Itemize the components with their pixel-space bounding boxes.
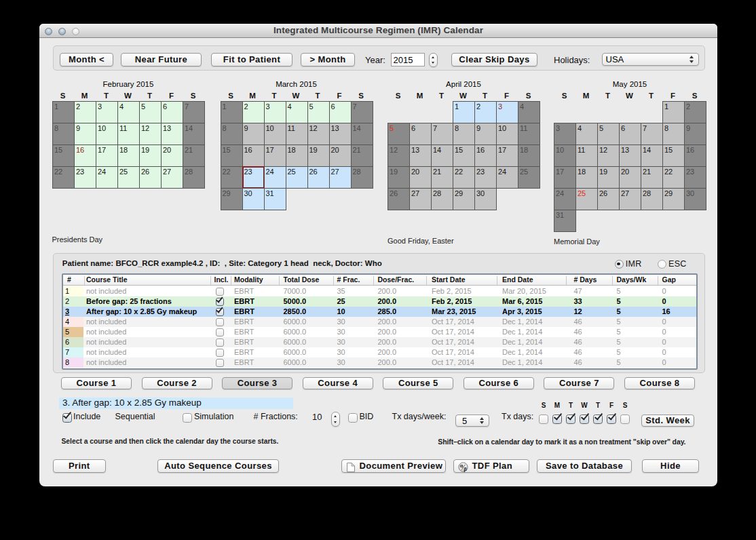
svg-text:β: β <box>464 466 467 472</box>
